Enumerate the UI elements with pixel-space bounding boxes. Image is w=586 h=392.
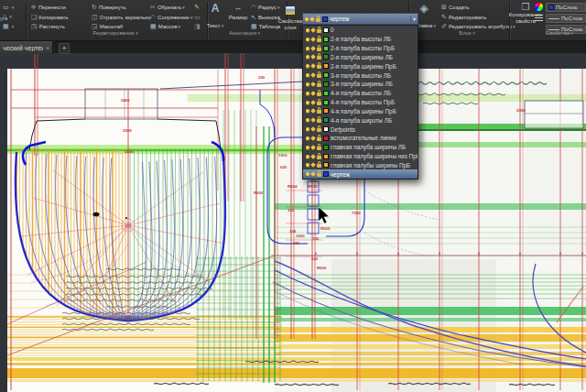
mirror-button[interactable]: ◫Отразить зеркально	[92, 13, 151, 22]
pencil-edit-button[interactable]: ✎	[194, 3, 200, 12]
layer-row[interactable]: 3-я палуба ширины ЛБ	[303, 80, 418, 89]
layer-lock-icon[interactable]	[317, 128, 321, 132]
layer-row[interactable]: 3-я палуба высоты ЛБ	[303, 71, 418, 80]
layer-row[interactable]: главная палубы ширины ПрБ	[303, 160, 418, 169]
layer-row[interactable]: 2-я палуба ширины ПрБ	[303, 61, 418, 71]
object-color-select[interactable]: ПоСлою	[546, 3, 586, 12]
rotate-button[interactable]: ↻Повернуть	[92, 3, 126, 12]
layer-row[interactable]: главная палуба ширины низ ПрБ	[303, 152, 418, 161]
layer-color-swatch[interactable]	[323, 145, 329, 150]
layer-row[interactable]: 4-я палуба высоты ПрБ	[303, 98, 418, 107]
layer-lock-icon[interactable]	[317, 65, 321, 69]
layer-color-swatch[interactable]	[323, 117, 329, 123]
layer-thaw-icon[interactable]	[310, 72, 316, 78]
edit-block-button[interactable]: ✎Редактировать	[441, 13, 486, 22]
layer-color-swatch[interactable]	[323, 100, 329, 105]
layer-color-swatch[interactable]	[323, 154, 329, 159]
dimension-button[interactable]: ↔ Размер	[227, 3, 249, 20]
layer-on-icon[interactable]	[306, 155, 309, 158]
layer-color-swatch[interactable]	[323, 82, 329, 87]
fillet-button[interactable]: ◠Сопряжение	[150, 13, 192, 22]
layer-row[interactable]: вспомогательные линии	[303, 134, 418, 143]
layer-color-swatch[interactable]	[323, 126, 329, 132]
panel-label-properties[interactable]: Свойства	[535, 30, 584, 36]
layer-on-icon[interactable]	[306, 118, 309, 122]
layer-color-swatch[interactable]	[323, 63, 329, 69]
layer-color-swatch[interactable]	[323, 91, 329, 96]
layer-thaw-icon[interactable]	[310, 109, 316, 114]
create-block-button[interactable]: ⊞Создать	[441, 3, 470, 12]
layer-row[interactable]: 4-я палуба ширины ПрБ	[303, 106, 418, 115]
layer-on-icon[interactable]	[306, 47, 309, 50]
lineweight-select[interactable]: ПоСлою	[546, 14, 586, 23]
layer-row[interactable]: Defpoints	[303, 125, 418, 134]
layer-on-icon[interactable]	[306, 146, 309, 149]
layer-lock-icon[interactable]	[317, 74, 321, 78]
layer-lock-icon[interactable]	[317, 119, 321, 123]
layer-on-icon[interactable]	[306, 127, 309, 131]
layer-on-icon[interactable]	[306, 172, 309, 176]
layer-lock-icon[interactable]	[317, 102, 321, 105]
layer-lock-icon[interactable]	[317, 173, 321, 177]
layer-thaw-icon[interactable]	[310, 171, 316, 177]
copy-button[interactable]: ❏Копировать	[31, 13, 69, 22]
layer-lock-icon[interactable]	[317, 147, 321, 150]
layer-on-icon[interactable]	[306, 38, 309, 41]
layer-select-combo[interactable]: чертеж ▾	[302, 13, 418, 25]
layer-on-icon[interactable]	[306, 73, 309, 77]
radius-button[interactable]: ◠Радиус	[251, 3, 280, 12]
layer-on-icon[interactable]	[306, 136, 309, 140]
layer-thaw-icon[interactable]	[310, 91, 316, 96]
layer-thaw-icon[interactable]	[310, 136, 316, 141]
layer-row[interactable]: 2-я палуба ширины ЛБ	[303, 52, 418, 61]
layer-thaw-icon[interactable]	[310, 82, 316, 87]
layer-on-icon[interactable]	[306, 55, 309, 59]
layer-lock-icon[interactable]	[317, 48, 321, 51]
layer-thaw-icon[interactable]	[310, 145, 316, 150]
layer-on-icon[interactable]	[306, 92, 309, 95]
layer-row[interactable]: 2-я палуба высоты ЛБ	[303, 35, 418, 44]
layer-on-icon[interactable]	[306, 163, 309, 167]
layer-lock-icon[interactable]	[317, 56, 321, 60]
layer-properties-button[interactable]: Свойства слоя	[277, 2, 304, 31]
layer-row[interactable]: главная палуба ширины ЛБ	[303, 143, 418, 152]
panel-label-block[interactable]: Блок	[421, 30, 513, 36]
layer-lock-icon[interactable]	[317, 38, 321, 42]
panel-label-annotate[interactable]: Аннотации	[205, 30, 284, 36]
layer-on-icon[interactable]	[306, 64, 309, 68]
close-tab-icon[interactable]: ×	[46, 45, 49, 51]
layer-color-swatch[interactable]	[323, 136, 329, 141]
layer-color-swatch[interactable]	[323, 27, 329, 33]
layer-lock-icon[interactable]	[317, 156, 321, 159]
layer-lock-icon[interactable]	[317, 83, 321, 87]
layer-thaw-icon[interactable]	[310, 126, 316, 132]
text-button[interactable]: A Текст	[205, 2, 225, 31]
move-button[interactable]: ✛Перенести	[31, 3, 66, 12]
panel-label-modify[interactable]: Редактирование	[27, 30, 203, 36]
layer-thaw-icon[interactable]	[310, 55, 316, 60]
layer-row[interactable]: 4-я палуба широты ЛБ	[303, 115, 418, 125]
layer-row[interactable]: 4-я палуба высоты ЛБ	[303, 89, 418, 98]
layer-thaw-icon[interactable]	[310, 100, 316, 105]
layer-thaw-icon[interactable]	[310, 117, 316, 123]
layer-color-swatch[interactable]	[323, 171, 329, 177]
layer-thaw-icon[interactable]	[310, 27, 316, 33]
layer-color-swatch[interactable]	[323, 72, 329, 78]
layer-lock-icon[interactable]	[317, 29, 321, 33]
layer-color-swatch[interactable]	[323, 54, 329, 60]
layer-thaw-icon[interactable]	[310, 46, 316, 51]
layer-thaw-icon[interactable]	[310, 63, 316, 69]
layer-thaw-icon[interactable]	[310, 37, 316, 42]
layer-color-swatch[interactable]	[323, 46, 329, 51]
layer-thaw-icon[interactable]	[310, 162, 316, 168]
layer-row[interactable]: 0	[303, 26, 418, 35]
rectangle-tool-button[interactable]: ▭	[3, 3, 14, 12]
layer-on-icon[interactable]	[306, 28, 309, 32]
new-tab-button[interactable]: +	[59, 43, 70, 54]
layer-color-swatch[interactable]	[323, 37, 329, 42]
layer-row[interactable]: чертеж	[303, 169, 418, 179]
layer-row[interactable]: 2-я палуба высоты ПрБ	[303, 44, 418, 53]
drawing-tab[interactable]: ческий чертеж* ×	[0, 41, 53, 54]
layer-thaw-icon[interactable]	[310, 154, 316, 159]
hatch-tool-button[interactable]: ▦	[3, 22, 14, 31]
